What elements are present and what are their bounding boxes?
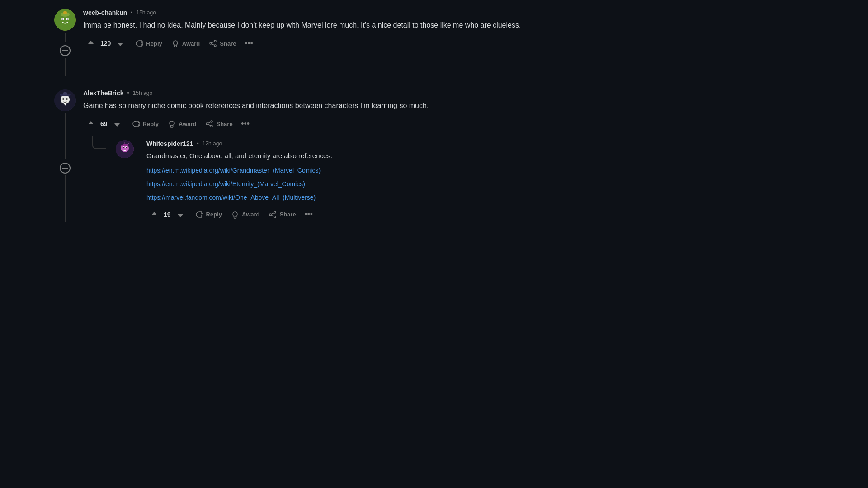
- share-btn-1[interactable]: Share: [205, 37, 240, 50]
- avatar-col-1: [54, 9, 76, 76]
- upvote-btn-1[interactable]: [83, 37, 99, 50]
- collapse-btn-1[interactable]: [60, 45, 71, 56]
- more-btn-1[interactable]: •••: [241, 36, 256, 51]
- reply-btn-1[interactable]: Reply: [132, 37, 165, 50]
- svg-rect-18: [63, 92, 67, 95]
- svg-point-32: [274, 216, 276, 218]
- link-3[interactable]: https://marvel.fandom.com/wiki/One_Above…: [146, 194, 579, 201]
- reply-award-icon: [231, 211, 239, 219]
- upvote-btn-2[interactable]: [83, 117, 99, 131]
- reply-upvote-icon: [150, 211, 158, 219]
- reply-downvote-btn-1[interactable]: [173, 208, 188, 221]
- separator-2: •: [127, 90, 129, 96]
- svg-point-33: [269, 214, 271, 216]
- share-icon-2: [205, 120, 213, 128]
- reply-share-btn-1[interactable]: Share: [265, 208, 299, 221]
- svg-point-6: [63, 11, 67, 14]
- comment-content-1: weeb-chankun • 15h ago Imma be honest, I…: [83, 9, 579, 76]
- action-bar-1: 120 Reply: [83, 36, 579, 51]
- reply-username-1: Whitespider121: [146, 140, 193, 147]
- avatar-icon-white: [116, 140, 134, 158]
- reply-icon-1: [135, 39, 143, 47]
- award-icon-1: [171, 39, 179, 47]
- username-2: AlexTheBrick: [83, 89, 123, 97]
- reply-text-1: Grandmaster, One above all, and eternity…: [146, 151, 579, 161]
- reply-upvote-btn-1[interactable]: [146, 208, 162, 221]
- collapse-btn-2[interactable]: [60, 163, 71, 174]
- avatar-alexthebrick: [54, 89, 76, 111]
- svg-point-20: [170, 121, 174, 126]
- svg-point-15: [62, 98, 64, 100]
- avatar-icon-alex: [54, 89, 76, 111]
- avatar-icon-weeb: [54, 9, 76, 31]
- svg-point-10: [214, 45, 216, 47]
- comment-block-2: AlexTheBrick • 15h ago Game has so many …: [54, 89, 579, 222]
- comments-container: weeb-chankun • 15h ago Imma be honest, I…: [0, 0, 633, 244]
- downvote-btn-2[interactable]: [109, 117, 125, 131]
- svg-point-22: [211, 125, 212, 127]
- timestamp-2: 15h ago: [133, 90, 152, 96]
- reply-links: https://en.m.wikipedia.org/wiki/Grandmas…: [146, 167, 579, 201]
- comment-content-2: AlexTheBrick • 15h ago Game has so many …: [83, 89, 579, 222]
- link-1[interactable]: https://en.m.wikipedia.org/wiki/Grandmas…: [146, 167, 579, 174]
- avatar-weeb-chankun: [54, 9, 76, 31]
- reply-award-btn-1[interactable]: Award: [227, 208, 264, 221]
- upvote-icon-1: [87, 39, 95, 47]
- upvote-icon-2: [87, 120, 95, 128]
- downvote-btn-1[interactable]: [113, 37, 128, 50]
- svg-point-8: [173, 41, 178, 45]
- svg-point-29: [126, 147, 127, 148]
- svg-point-21: [211, 121, 212, 122]
- reply-inner: Whitespider121 • 12h ago Grandmaster, On…: [116, 140, 579, 222]
- reply-block-1: Whitespider121 • 12h ago Grandmaster, On…: [92, 140, 579, 222]
- avatar-col-2: [54, 89, 76, 222]
- svg-point-9: [214, 40, 216, 42]
- more-btn-2[interactable]: •••: [238, 117, 253, 131]
- svg-point-23: [206, 123, 208, 125]
- avatar-whitespider121: [116, 140, 134, 158]
- link-2[interactable]: https://en.m.wikipedia.org/wiki/Eternity…: [146, 180, 579, 188]
- thread-line-1: [65, 33, 66, 42]
- reply-share-icon: [269, 211, 277, 219]
- separator-1: •: [131, 9, 132, 16]
- svg-point-16: [66, 98, 68, 100]
- award-btn-2[interactable]: Award: [164, 117, 200, 131]
- svg-point-4: [67, 19, 68, 20]
- vote-section-2: 69: [83, 117, 125, 131]
- comment-block-1: weeb-chankun • 15h ago Imma be honest, I…: [54, 9, 579, 76]
- reply-separator-1: •: [197, 141, 198, 147]
- reply-btn-2[interactable]: Reply: [128, 117, 162, 131]
- comment-header-1: weeb-chankun • 15h ago: [83, 9, 579, 16]
- reply-reply-btn-1[interactable]: Reply: [192, 208, 226, 221]
- svg-point-28: [123, 147, 124, 148]
- vote-count-2: 69: [100, 120, 108, 127]
- svg-point-30: [233, 212, 237, 216]
- award-btn-1[interactable]: Award: [168, 37, 204, 50]
- award-icon-2: [168, 120, 176, 128]
- thread-line-2: [65, 113, 66, 159]
- reply-icon-2: [132, 120, 140, 128]
- svg-point-3: [62, 19, 64, 20]
- share-icon-1: [209, 39, 217, 47]
- svg-point-11: [210, 42, 212, 44]
- comment-text-1: Imma be honest, I had no idea. Mainly be…: [83, 20, 579, 31]
- reply-action-bar-1: 19 Reply: [146, 207, 579, 222]
- vote-section-1: 120: [83, 37, 128, 50]
- curve-connector: [92, 136, 106, 149]
- reply-header-1: Whitespider121 • 12h ago: [146, 140, 579, 147]
- reply-avatar-col: [116, 140, 134, 222]
- thread-line-1b: [65, 58, 66, 76]
- timestamp-1: 15h ago: [136, 9, 156, 16]
- comment-header-2: AlexTheBrick • 15h ago: [83, 89, 579, 97]
- comment-text-2: Game has so many niche comic book refere…: [83, 100, 579, 111]
- reply-timestamp-1: 12h ago: [203, 141, 222, 147]
- reply-connector-area: [92, 140, 110, 222]
- reply-content-1: Whitespider121 • 12h ago Grandmaster, On…: [146, 140, 579, 222]
- svg-rect-7: [62, 50, 68, 51]
- share-btn-2[interactable]: Share: [202, 117, 236, 131]
- downvote-icon-2: [113, 120, 121, 128]
- reply-vote-count-1: 19: [164, 211, 171, 218]
- svg-point-31: [274, 211, 276, 213]
- reply-more-btn-1[interactable]: •••: [302, 207, 316, 222]
- action-bar-2: 69 Reply: [83, 117, 579, 131]
